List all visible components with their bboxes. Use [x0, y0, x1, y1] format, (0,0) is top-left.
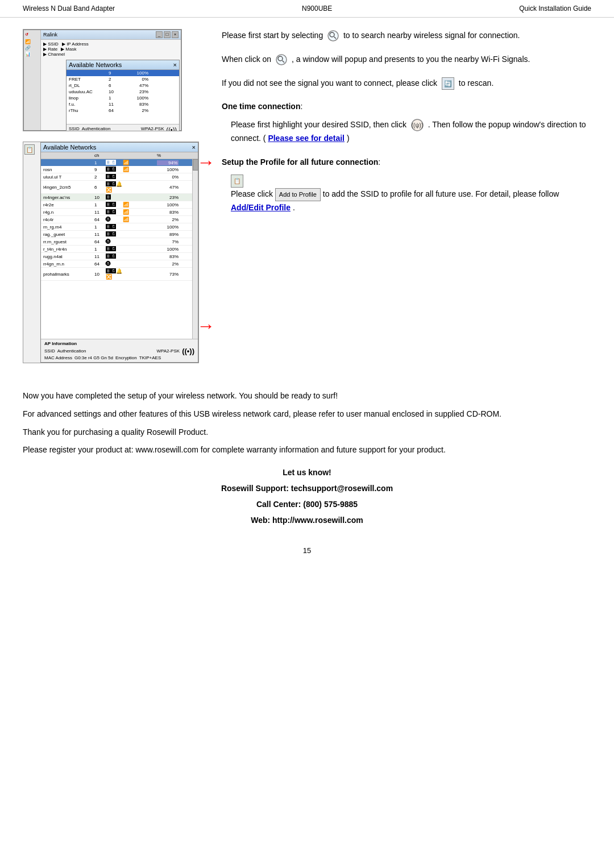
red-arrow-top-right: →: [197, 153, 215, 171]
bottom-para1: Now you have completed the setup of your…: [23, 389, 591, 403]
net-row-large-11[interactable]: r_t4n_r4r4n 1 🅱🅶 100%: [41, 246, 192, 253]
net-row-large-12[interactable]: rugg.n4at 11 🅱🅶 83%: [41, 253, 192, 260]
ralink-nav-row2: ▶ Rate ▶ Mask: [43, 47, 179, 52]
bottom-para2: For advanced settings and other features…: [23, 408, 591, 421]
minimize-btn[interactable]: _: [156, 31, 163, 38]
net-row-3-small: uduuluu.AC 10 23%: [67, 89, 179, 95]
net-row-large-14[interactable]: prohallmarks 10 🅱🅶🔔🔀 73%: [41, 268, 192, 281]
ap-auth-value-small: WPA2-PSK: [141, 126, 164, 131]
net-row-pct-4: 100%: [120, 95, 148, 101]
ap-auth-label-small: Authentication: [82, 126, 139, 131]
net-icons-large-12: 🅱🅶: [106, 254, 123, 259]
col-pct: %: [157, 153, 180, 158]
ralink-nav-row1: ▶ SSID ▶ IP Address: [43, 41, 179, 47]
page-header: Wireless N Dual Band Adapter N900UBE Qui…: [0, 0, 614, 18]
close-btn[interactable]: ×: [172, 31, 179, 38]
net-ch-large-11: 1: [94, 247, 106, 252]
net-list-area-large: 1 🅱🅶 📶 94% rosn 9 🅱🅶: [41, 159, 198, 339]
add-edit-profile-link[interactable]: Add/Edit Profile: [231, 203, 291, 212]
nav-rate: ▶ Rate: [43, 47, 57, 52]
ralink-topbar: Ralink _ □ ×: [41, 30, 181, 40]
net-name-large-13: rr4gn_rn.n: [43, 261, 94, 267]
section-setup-profile: Setup the Profile for all future connect…: [222, 156, 591, 214]
setup-profile-title-text: Setup the Profile for all future connect…: [222, 157, 378, 167]
ap-ssid-row-large: SSID Authentication WPA2-PSK ((•)): [44, 347, 194, 355]
net-name-large-6: r4g.n: [43, 210, 94, 215]
one-time-link[interactable]: Please see for detail: [268, 134, 345, 143]
maximize-btn[interactable]: □: [164, 31, 171, 38]
available-networks-large: Available Networks × ch %: [40, 142, 198, 363]
profile-icon-box: 📋: [231, 175, 243, 188]
ap-info-title: AP Information: [44, 341, 194, 346]
net-close-small[interactable]: ×: [173, 61, 177, 68]
net-row-large-1[interactable]: rosn 9 🅱🅶 📶 100%: [41, 166, 192, 173]
net-row-large-8[interactable]: rn_rg.rn4 1 🅱🅶 100%: [41, 223, 192, 231]
col-ssid: [43, 153, 94, 158]
net-row-name-4: linop: [69, 95, 109, 101]
page-number-text: 15: [303, 546, 311, 555]
net-ch-large-7: 64: [94, 217, 106, 222]
net-row-name-1: FRET: [69, 77, 109, 82]
net-list-header-large: ch %: [41, 152, 198, 159]
period: .: [293, 203, 295, 212]
net-name-large-10: rr.rn_rguest: [43, 239, 94, 244]
net-pct-large-3: 47%: [157, 185, 179, 190]
net-pct-large-5: 100%: [157, 202, 179, 207]
net-row-name-6: rThu: [69, 108, 109, 113]
para2-suffix: , a window will popup and presents to yo…: [292, 55, 530, 64]
net-pct-large-2: 0%: [157, 175, 179, 180]
net-row-name-0: [69, 70, 109, 76]
setup-click-text: Please click: [231, 189, 273, 198]
net-row-large-10[interactable]: rr.rn_rguest 64 🅐 7%: [41, 238, 192, 246]
add-to-profile-button[interactable]: Add to Profile: [275, 188, 321, 201]
net-sig-large-6: 📶: [123, 209, 140, 215]
net-row-ch-5: 11: [109, 102, 120, 107]
ap-mac-label-large: MAC Address: [44, 355, 72, 360]
para3-text: If you did not see the signal you want t…: [222, 77, 591, 90]
net-icons-large-4: 🅱: [106, 194, 123, 200]
net-icons-large-1: 🅱🅶: [106, 167, 123, 172]
net-row-large-4[interactable]: m4nger.ac'ns 10 🅱 23%: [41, 194, 192, 201]
para1-prefix: Please first start by selecting: [222, 31, 323, 40]
red-arrow-bottom-right: →: [197, 317, 215, 335]
net-row-large-7[interactable]: r4c4r 64 🅐 📶 2%: [41, 216, 192, 223]
nav-mask: ▶ Mask: [61, 47, 76, 52]
net-row-ch-3: 10: [109, 89, 120, 94]
net-pct-large-7: 2%: [157, 217, 179, 222]
page-number: 15: [0, 541, 614, 560]
col-sig: [123, 153, 140, 158]
net-row-large-13[interactable]: rr4gn_rn.n 64 🅐 2%: [41, 260, 192, 268]
net-row-large-5[interactable]: r4r2e 1 🅱🅶 📶 100%: [41, 201, 192, 209]
net-sig-large-0: 📶: [123, 160, 140, 165]
para3-prefix: If you did not see the signal you want t…: [222, 78, 437, 88]
net-icons-large-10: 🅐: [106, 239, 123, 244]
net-sig-large-1: 📶: [123, 167, 140, 172]
net-name-large-4: m4nger.ac'ns: [43, 195, 94, 200]
small-screenshot: ↺ 📶 🔗 📊 Ralink _ □ ×: [23, 29, 182, 131]
net-row-large-3[interactable]: l4ngen_2crn5 6 🅱🅶🔔🔀 47%: [41, 181, 192, 194]
net-row-ch-6: 64: [109, 108, 120, 113]
net-row-pct-3: 23%: [120, 89, 148, 94]
ralink-nav: ▶ SSID ▶ IP Address ▶ Rate ▶ Mask ▶ Chan…: [41, 40, 181, 59]
net-name-large-11: r_t4n_r4r4n: [43, 247, 94, 252]
net-row-large-6[interactable]: r4g.n 11 🅱🅶 📶 83%: [41, 209, 192, 216]
scrollbar-large[interactable]: [192, 159, 198, 339]
net-row-large-2[interactable]: uluul.ul T 2 🅱🅶 0%: [41, 173, 192, 181]
net-ch-large-0: 1: [94, 160, 106, 165]
net-list-small: 9 100% FRET 2 0% rt_DL 6: [67, 70, 179, 124]
net-row-pct-6: 2%: [120, 108, 148, 113]
net-pct-large-10: 7%: [157, 239, 179, 244]
net-icons-large-3: 🅱🅶🔔🔀: [106, 181, 123, 193]
net-icons-large-2: 🅱🅶: [106, 174, 123, 180]
net-ch-large-1: 9: [94, 167, 106, 172]
net-ch-large-8: 1: [94, 225, 106, 230]
net-row-name-5: f.u.: [69, 102, 109, 107]
net-row-2-small: rt_DL 6 47%: [67, 82, 179, 89]
header-center: N900UBE: [302, 5, 332, 13]
ap-ssid-label-small: SSID: [69, 126, 80, 131]
net-close-large[interactable]: ×: [192, 144, 196, 151]
ralink-logo-small: ↺: [25, 32, 39, 37]
section-click-search: When click on , a window will popup and …: [222, 53, 591, 67]
net-row-large-9[interactable]: rag._gueet 11 🅱🅶 89%: [41, 231, 192, 238]
net-row-large-0[interactable]: 1 🅱🅶 📶 94%: [41, 159, 192, 166]
